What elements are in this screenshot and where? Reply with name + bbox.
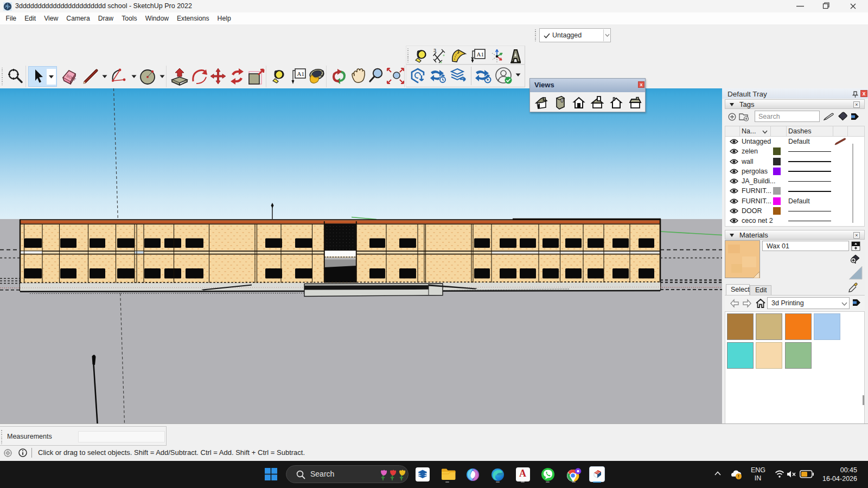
svg-text:3: 3 xyxy=(433,48,436,53)
svg-text:A1: A1 xyxy=(477,51,484,57)
svg-text:A1: A1 xyxy=(297,70,304,77)
